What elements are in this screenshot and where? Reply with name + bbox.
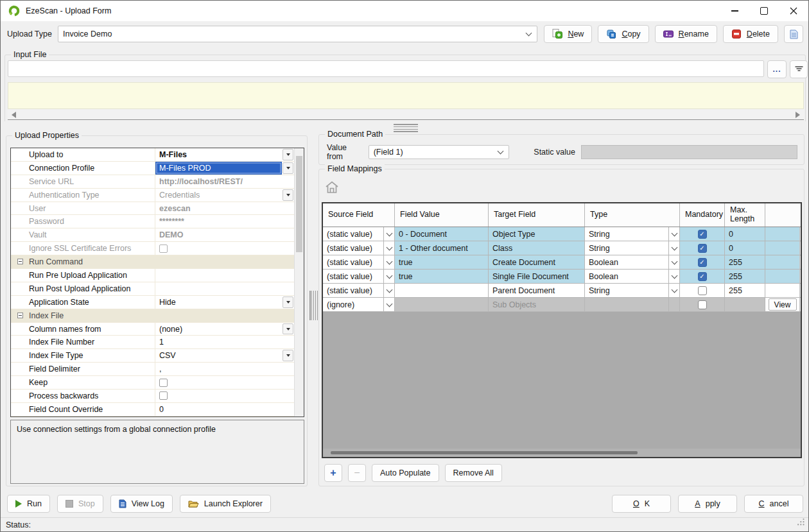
type-select[interactable]: String [585, 284, 669, 297]
property-row[interactable]: Service URLhttp://localhost/REST/ [11, 175, 294, 189]
browse-button[interactable]: ... [767, 60, 787, 78]
field-value-cell[interactable] [395, 298, 489, 311]
property-checkbox[interactable] [159, 379, 168, 387]
property-group-row[interactable]: Run Command [11, 255, 294, 269]
collapse-icon[interactable] [17, 313, 23, 318]
property-group-row[interactable]: Index File [11, 309, 294, 323]
field-value-cell[interactable]: 1 - Other document [395, 241, 489, 255]
input-file-field[interactable] [8, 60, 764, 77]
property-row[interactable]: VaultDEMO [11, 228, 294, 242]
max-length-cell[interactable]: 0 [725, 241, 765, 255]
mandatory-checkbox[interactable]: ✓ [698, 272, 707, 281]
property-value[interactable]: 0 [159, 405, 164, 414]
field-value-cell[interactable]: true [395, 255, 489, 269]
type-select[interactable]: Boolean [585, 270, 669, 283]
source-field-select[interactable]: (static value) [323, 241, 384, 255]
property-value[interactable]: CSV [159, 351, 176, 360]
property-value[interactable]: ******** [159, 217, 184, 226]
horizontal-splitter-handle[interactable] [394, 124, 418, 132]
type-dropdown-button[interactable] [669, 298, 680, 311]
mapping-row[interactable]: (static value)0 - DocumentObject TypeStr… [323, 227, 801, 241]
close-button[interactable] [779, 1, 808, 21]
property-row[interactable]: Upload toM-Files [11, 148, 294, 162]
source-field-select[interactable]: (static value) [323, 255, 384, 269]
mapping-row[interactable]: (static value)Parent DocumentString255 [323, 284, 801, 298]
filter-button[interactable] [790, 60, 808, 78]
scrollbar-thumb[interactable] [331, 451, 638, 454]
mandatory-checkbox[interactable] [698, 300, 707, 309]
type-dropdown-button[interactable] [669, 227, 680, 241]
max-length-cell[interactable]: 255 [725, 284, 765, 297]
max-length-cell[interactable]: 255 [725, 270, 765, 283]
target-field-cell[interactable]: Create Document [489, 255, 585, 269]
field-value-cell[interactable]: 0 - Document [395, 227, 489, 241]
property-grid-scrollbar[interactable] [294, 148, 304, 416]
property-value[interactable]: , [159, 365, 161, 373]
minimize-button[interactable] [720, 1, 749, 21]
source-field-select[interactable]: (static value) [323, 270, 384, 283]
vertical-splitter-handle[interactable] [309, 291, 318, 320]
property-row[interactable]: Run Pre Upload Application [11, 269, 294, 282]
mandatory-checkbox[interactable]: ✓ [698, 258, 707, 267]
type-select[interactable] [585, 298, 669, 311]
property-row[interactable]: Application StateHide [11, 296, 294, 309]
source-dropdown-button[interactable] [384, 241, 395, 255]
auto-populate-button[interactable]: Auto Populate [372, 464, 439, 482]
maximize-button[interactable] [749, 1, 779, 21]
collapse-icon[interactable] [17, 259, 23, 264]
property-row[interactable]: Field Count Override0 [11, 403, 294, 416]
remove-mapping-button[interactable]: − [348, 464, 366, 482]
dropdown-button[interactable] [283, 149, 293, 160]
delete-button[interactable]: Delete [723, 25, 778, 43]
add-mapping-button[interactable]: + [324, 464, 342, 482]
value-from-select[interactable]: (Field 1) [369, 145, 510, 159]
source-field-select[interactable]: (static value) [323, 227, 384, 241]
apply-button[interactable]: Apply [678, 495, 737, 513]
launch-explorer-button[interactable]: Launch Explorer [180, 495, 271, 513]
property-checkbox[interactable] [159, 245, 168, 253]
property-value[interactable]: ezescan [159, 204, 191, 213]
property-value[interactable]: DEMO [159, 230, 184, 239]
source-dropdown-button[interactable] [384, 255, 395, 269]
type-dropdown-button[interactable] [669, 241, 680, 255]
property-row[interactable]: Connection ProfileM-Files PROD [11, 162, 294, 175]
new-button[interactable]: New [544, 25, 592, 43]
run-button[interactable]: Run [7, 495, 50, 513]
target-field-cell[interactable]: Single File Document [489, 270, 585, 283]
source-dropdown-button[interactable] [384, 298, 395, 311]
dropdown-button[interactable] [283, 323, 293, 335]
max-length-cell[interactable] [725, 298, 765, 311]
rename-button[interactable]: Rename [655, 25, 717, 43]
target-field-cell[interactable]: Parent Document [489, 284, 585, 297]
mapping-row[interactable]: (ignore)Sub ObjectsView [323, 298, 801, 312]
max-length-cell[interactable]: 0 [725, 227, 765, 241]
property-value[interactable]: M-Files [159, 150, 187, 159]
column-header-mandatory[interactable]: Mandatory [680, 203, 725, 227]
column-header-field-value[interactable]: Field Value [395, 203, 489, 227]
source-dropdown-button[interactable] [384, 284, 395, 297]
property-row[interactable]: Authentication TypeCredentials [11, 189, 294, 202]
mapping-row[interactable]: (static value)1 - Other documentClassStr… [323, 241, 801, 255]
upload-type-notes-button[interactable] [784, 25, 803, 43]
target-field-cell[interactable]: Object Type [489, 227, 585, 241]
home-icon[interactable] [324, 180, 340, 195]
mandatory-checkbox[interactable] [698, 286, 707, 295]
property-value[interactable]: 1 [159, 338, 164, 347]
view-log-button[interactable]: View Log [110, 495, 173, 513]
property-value[interactable]: Hide [159, 298, 176, 307]
dropdown-button[interactable] [283, 162, 293, 174]
mapping-row[interactable]: (static value)trueCreate DocumentBoolean… [323, 255, 801, 270]
property-row[interactable]: Process backwards [11, 390, 294, 403]
copy-button[interactable]: Copy [598, 25, 648, 43]
ok-button[interactable]: OK [612, 495, 671, 513]
property-row[interactable]: Ignore SSL Certificate Errors [11, 242, 294, 255]
column-header-type[interactable]: Type [585, 203, 680, 227]
source-dropdown-button[interactable] [384, 270, 395, 283]
mandatory-checkbox[interactable]: ✓ [698, 244, 707, 253]
cancel-button[interactable]: Cancel [744, 495, 803, 513]
scroll-right-icon[interactable] [796, 112, 800, 118]
type-dropdown-button[interactable] [669, 255, 680, 269]
stop-button[interactable]: Stop [57, 495, 103, 513]
property-value[interactable]: (none) [159, 325, 182, 334]
type-select[interactable]: String [585, 227, 669, 241]
